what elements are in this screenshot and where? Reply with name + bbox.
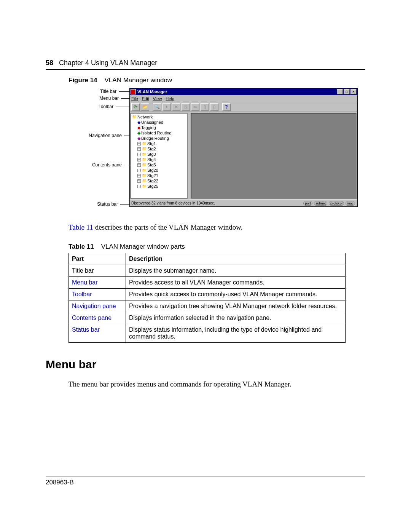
window-title: VLAN Manager <box>137 89 167 94</box>
table-header-row: Part Description <box>69 253 346 265</box>
header-rule <box>46 69 365 70</box>
help-icon[interactable] <box>222 103 231 111</box>
refresh-icon[interactable] <box>131 103 140 111</box>
cell-part-link[interactable]: Status bar <box>69 324 126 343</box>
cell-desc: Displays information selected in the nav… <box>126 312 346 324</box>
tree-stg[interactable]: +📁Stg22 <box>132 178 186 184</box>
tree-stg[interactable]: +📁Stg2 <box>132 146 186 152</box>
table-row: Navigation pane Provides a navigation tr… <box>69 300 346 312</box>
tree-stg[interactable]: +📁Stg25 <box>132 184 186 189</box>
cell-desc: Provides quick access to commonly-used V… <box>126 289 346 300</box>
tree-stg[interactable]: +📁Stg20 <box>132 168 186 173</box>
page-footer: 208963-B <box>46 476 365 486</box>
cell-part-link[interactable]: Contents pane <box>69 312 126 324</box>
callout-menu-bar: Menu bar <box>99 96 119 101</box>
tree-root[interactable]: 📁Network <box>132 114 186 120</box>
table-caption: Table 11 VLAN Manager window parts <box>68 243 365 251</box>
menu-file[interactable]: File <box>131 96 138 101</box>
menu-edit[interactable]: Edit <box>142 96 149 101</box>
cell-part-link[interactable]: Menu bar <box>69 277 126 289</box>
para-menu-bar: The menu bar provides menus and commands… <box>68 380 365 388</box>
close-button[interactable]: × <box>350 89 357 94</box>
pane-splitter[interactable] <box>188 112 190 200</box>
cell-part-link[interactable]: Navigation pane <box>69 300 126 312</box>
tree-item[interactable]: ◆Isolated Routing <box>132 130 186 136</box>
status-bar: Discovered 32 vlans from 8 devices in 10… <box>130 200 357 206</box>
status-text: Discovered 32 vlans from 8 devices in 10… <box>131 201 303 205</box>
tree-item[interactable]: ◆Unassigned <box>132 120 186 125</box>
tree-stg[interactable]: +📁Stg5 <box>132 162 186 168</box>
figure-title: VLAN Manager window <box>105 77 172 84</box>
tree-stg[interactable]: +📁Stg21 <box>132 173 186 178</box>
copy-icon[interactable] <box>182 103 190 111</box>
tree-stg[interactable]: +📁Stg1 <box>132 141 186 146</box>
menu-bar: File Edit View Help <box>130 95 357 102</box>
chapter-title: Chapter 4 Using VLAN Manager <box>59 59 157 67</box>
figure-caption: Figure 14 VLAN Manager window <box>68 77 365 84</box>
back-icon[interactable] <box>191 103 199 111</box>
maximize-button[interactable]: □ <box>344 89 350 94</box>
status-tag-subnet: subnet <box>314 201 327 206</box>
tree-stg[interactable]: +📁Stg3 <box>132 152 186 157</box>
section-heading-menu-bar: Menu bar <box>46 358 365 371</box>
link-table11[interactable]: Table 11 <box>68 223 93 231</box>
callout-toolbar: Toolbar <box>99 104 113 109</box>
figure-label: Figure 14 <box>68 77 97 84</box>
tree-stg[interactable]: +📁Stg4 <box>132 157 186 162</box>
delete-icon[interactable] <box>172 103 180 111</box>
th-description: Description <box>126 253 346 265</box>
table-row: Status bar Displays status information, … <box>69 324 346 343</box>
status-tag-mac: mac <box>346 201 355 206</box>
contents-pane[interactable] <box>191 113 357 199</box>
doc2-icon[interactable] <box>210 103 218 111</box>
footer-rule <box>46 476 365 476</box>
table-row: Menu bar Provides access to all VLAN Man… <box>69 277 346 289</box>
cell-desc: Provides access to all VLAN Manager comm… <box>126 277 346 289</box>
para-table-ref: Table 11 describes the parts of the VLAN… <box>68 223 365 232</box>
app-icon <box>131 89 136 94</box>
table-row: Title bar Displays the submanager name. <box>69 265 346 277</box>
callout-title-bar: Title bar <box>100 89 116 94</box>
toolbar <box>130 102 357 112</box>
table-row: Contents pane Displays information selec… <box>69 312 346 324</box>
table-row: Toolbar Provides quick access to commonl… <box>69 289 346 300</box>
minimize-button[interactable]: _ <box>337 89 343 94</box>
vlan-manager-window: VLAN Manager _ □ × File Edit View Help <box>129 88 358 207</box>
callout-status-bar: Status bar <box>97 201 118 207</box>
tree-item[interactable]: ◆Tagging <box>132 125 186 130</box>
cell-part-link[interactable]: Toolbar <box>69 289 126 300</box>
cell-desc: Displays the submanager name. <box>126 265 346 277</box>
menu-help[interactable]: Help <box>166 96 174 101</box>
doc1-icon[interactable] <box>201 103 209 111</box>
title-bar[interactable]: VLAN Manager _ □ × <box>130 88 357 95</box>
add-icon[interactable] <box>162 103 171 111</box>
page-header: 58 Chapter 4 Using VLAN Manager <box>46 59 365 67</box>
status-tag-port: port <box>303 201 312 206</box>
cell-part: Title bar <box>69 265 126 277</box>
tree-item[interactable]: ◆Bridge Routing <box>132 136 186 141</box>
document-number: 208963-B <box>46 479 365 486</box>
table-title: VLAN Manager window parts <box>101 243 185 250</box>
callout-contents-pane: Contents pane <box>92 162 122 168</box>
status-tag-protocol: protocol <box>329 201 344 206</box>
cell-desc: Displays status information, including t… <box>126 324 346 343</box>
callout-nav-pane: Navigation pane <box>89 133 122 138</box>
open-icon[interactable] <box>141 103 149 111</box>
page-number: 58 <box>46 59 53 67</box>
navigation-pane[interactable]: 📁Network ◆Unassigned ◆Tagging ◆Isolated … <box>131 113 188 199</box>
cell-desc: Provides a navigation tree showing VLAN … <box>126 300 346 312</box>
table-label: Table 11 <box>68 243 94 250</box>
zoom-icon[interactable] <box>153 103 161 111</box>
figure-vlan-window: Title bar Menu bar Toolbar Navigation pa… <box>68 88 358 212</box>
table-window-parts: Part Description Title bar Displays the … <box>68 253 346 343</box>
menu-view[interactable]: View <box>153 96 162 101</box>
th-part: Part <box>69 253 126 265</box>
